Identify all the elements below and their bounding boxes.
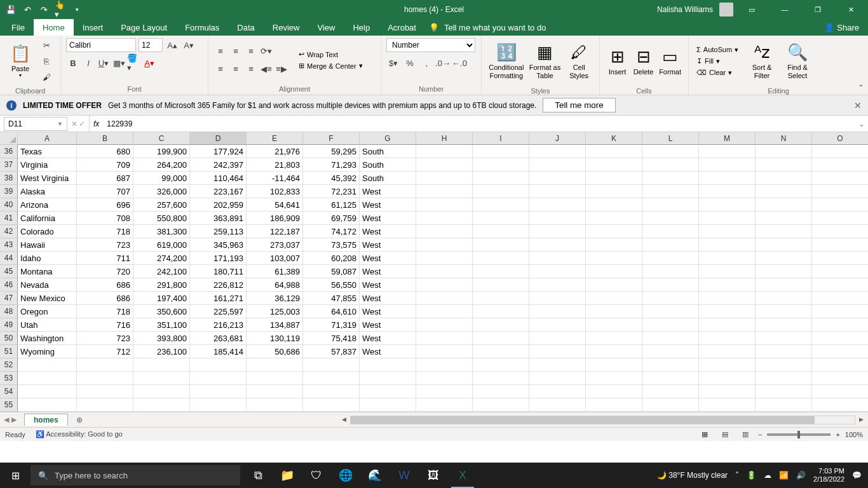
cell[interactable]: 696 [77, 198, 133, 212]
sheet-tab-homes[interactable]: homes [24, 414, 68, 426]
cell[interactable] [756, 198, 812, 212]
cell[interactable] [586, 198, 642, 212]
cell[interactable] [529, 265, 586, 278]
col-header-L[interactable]: L [642, 132, 699, 145]
row-header[interactable]: 49 [0, 318, 18, 332]
cell[interactable] [756, 372, 812, 385]
cell[interactable] [529, 358, 586, 372]
collapse-ribbon-icon[interactable]: ⌃ [858, 83, 864, 92]
cell[interactable] [416, 305, 473, 318]
col-header-J[interactable]: J [529, 132, 586, 145]
cell[interactable] [756, 172, 812, 185]
cell[interactable] [642, 158, 699, 172]
volume-icon[interactable]: 🔊 [796, 471, 806, 480]
tab-insert[interactable]: Insert [74, 19, 112, 36]
cell[interactable]: 60,208 [303, 252, 360, 265]
cell[interactable] [529, 172, 586, 185]
font-size-input[interactable] [139, 38, 163, 52]
cell[interactable]: 47,855 [303, 292, 360, 305]
cell[interactable] [642, 185, 699, 198]
cell[interactable] [699, 332, 756, 345]
cell[interactable] [473, 278, 529, 292]
chrome-icon[interactable]: 🌐 [332, 463, 360, 488]
cell[interactable]: 345,963 [190, 238, 247, 252]
cell[interactable] [416, 158, 473, 172]
cell[interactable]: West [360, 345, 416, 358]
cell[interactable] [812, 198, 868, 212]
cell[interactable]: 61,389 [247, 265, 303, 278]
cell[interactable] [642, 172, 699, 185]
cell[interactable] [133, 372, 190, 385]
cell[interactable] [77, 372, 133, 385]
cell[interactable] [586, 238, 642, 252]
sort-filter-button[interactable]: ᴬᴢSort & Filter [747, 38, 776, 84]
enter-formula-icon[interactable]: ✓ [79, 119, 85, 128]
cell[interactable] [473, 212, 529, 225]
cell[interactable] [247, 398, 303, 412]
col-header-G[interactable]: G [360, 132, 416, 145]
col-header-K[interactable]: K [586, 132, 642, 145]
row-header[interactable]: 47 [0, 292, 18, 305]
cell-styles-button[interactable]: 🖊Cell Styles [564, 38, 594, 84]
cell[interactable]: 257,600 [133, 198, 190, 212]
cell[interactable]: 110,464 [190, 172, 247, 185]
cell[interactable]: 185,414 [190, 345, 247, 358]
battery-icon[interactable]: 🔋 [747, 471, 756, 480]
cell[interactable] [699, 225, 756, 238]
cell[interactable]: Idaho [18, 252, 77, 265]
close-button[interactable]: ✕ [836, 0, 865, 19]
paste-button[interactable]: 📋 Paste ▾ [5, 38, 36, 84]
cell[interactable] [360, 398, 416, 412]
cell[interactable] [642, 345, 699, 358]
cell[interactable] [473, 252, 529, 265]
cell[interactable] [416, 252, 473, 265]
cell[interactable]: 161,271 [190, 292, 247, 305]
cell[interactable] [529, 198, 586, 212]
cell[interactable]: 326,000 [133, 185, 190, 198]
cell[interactable] [699, 358, 756, 372]
redo-icon[interactable]: ↷ [38, 4, 50, 15]
cell[interactable]: 64,988 [247, 278, 303, 292]
clear-button[interactable]: ⌫Clear ▾ [694, 68, 741, 78]
align-left-icon[interactable]: ≡ [214, 62, 227, 76]
cell[interactable]: West [360, 185, 416, 198]
select-all-corner[interactable] [0, 132, 18, 145]
cell[interactable]: 125,003 [247, 305, 303, 318]
cell[interactable]: West [360, 318, 416, 332]
photos-icon[interactable]: 🖼 [419, 463, 447, 488]
cell[interactable] [416, 212, 473, 225]
increase-font-icon[interactable]: A▴ [165, 38, 179, 52]
tab-data[interactable]: Data [228, 19, 263, 36]
comma-icon[interactable]: , [419, 56, 433, 70]
cell[interactable] [642, 385, 699, 398]
cell[interactable] [529, 385, 586, 398]
fill-color-icon[interactable]: 🪣▾ [127, 56, 141, 70]
cell[interactable] [699, 345, 756, 358]
cell[interactable]: 71,293 [303, 158, 360, 172]
cell[interactable]: 351,100 [133, 318, 190, 332]
cell[interactable] [190, 358, 247, 372]
cell[interactable] [812, 398, 868, 412]
cell[interactable] [812, 358, 868, 372]
cell[interactable] [756, 292, 812, 305]
col-header-F[interactable]: F [303, 132, 360, 145]
decrease-indent-icon[interactable]: ◀≡ [259, 62, 273, 76]
file-explorer-icon[interactable]: 📁 [273, 463, 301, 488]
cell[interactable]: West [360, 198, 416, 212]
cell[interactable] [756, 238, 812, 252]
cell[interactable] [18, 372, 77, 385]
cell[interactable] [756, 278, 812, 292]
maximize-button[interactable]: ❐ [803, 0, 832, 19]
save-icon[interactable]: 💾 [5, 4, 17, 15]
cell[interactable] [756, 158, 812, 172]
cell[interactable]: West [360, 225, 416, 238]
cell[interactable] [416, 225, 473, 238]
cell[interactable]: 61,125 [303, 198, 360, 212]
number-format-select[interactable]: Number [386, 38, 475, 52]
sheet-nav-next-icon[interactable]: ▶ [11, 416, 17, 424]
cell[interactable] [473, 345, 529, 358]
format-painter-icon[interactable]: 🖌 [39, 70, 53, 84]
cell[interactable] [416, 345, 473, 358]
format-as-table-button[interactable]: ▦Format as Table [527, 38, 563, 84]
cell[interactable]: 36,129 [247, 292, 303, 305]
